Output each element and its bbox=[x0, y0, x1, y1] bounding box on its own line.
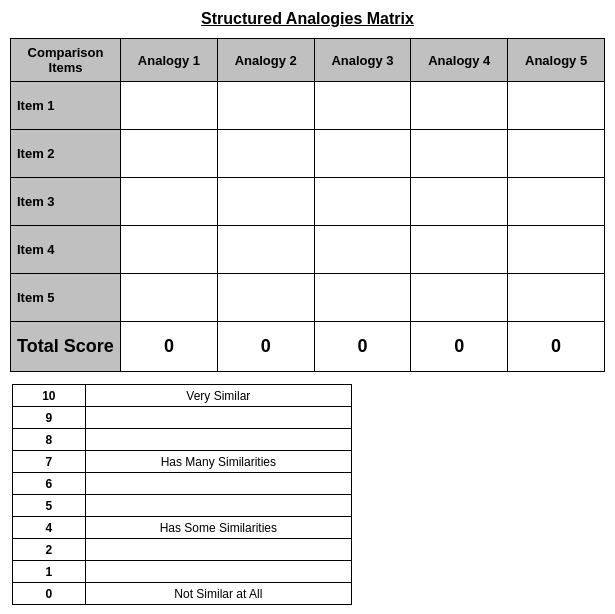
col-header-3: Analogy 3 bbox=[314, 39, 411, 82]
col-header-0: Comparison Items bbox=[11, 39, 121, 82]
cell-2-0[interactable] bbox=[121, 178, 218, 226]
cell-2-3[interactable] bbox=[411, 178, 508, 226]
cell-3-0[interactable] bbox=[121, 226, 218, 274]
cell-4-3[interactable] bbox=[411, 274, 508, 322]
cell-0-2[interactable] bbox=[314, 82, 411, 130]
legend-row: 1 bbox=[13, 561, 352, 583]
cell-3-1[interactable] bbox=[217, 226, 314, 274]
legend-desc-5 bbox=[85, 495, 351, 517]
legend-desc-2 bbox=[85, 429, 351, 451]
total-label: Total Score bbox=[11, 322, 121, 372]
cell-2-1[interactable] bbox=[217, 178, 314, 226]
col-header-2: Analogy 2 bbox=[217, 39, 314, 82]
cell-0-4[interactable] bbox=[508, 82, 605, 130]
legend-row: 6 bbox=[13, 473, 352, 495]
cell-0-3[interactable] bbox=[411, 82, 508, 130]
cell-1-1[interactable] bbox=[217, 130, 314, 178]
legend-row: 8 bbox=[13, 429, 352, 451]
legend-desc-6: Has Some Similarities bbox=[85, 517, 351, 539]
cell-1-3[interactable] bbox=[411, 130, 508, 178]
cell-2-4[interactable] bbox=[508, 178, 605, 226]
legend-row: 4Has Some Similarities bbox=[13, 517, 352, 539]
legend-desc-9: Not Similar at All bbox=[85, 583, 351, 605]
cell-1-2[interactable] bbox=[314, 130, 411, 178]
legend-desc-1 bbox=[85, 407, 351, 429]
table-row: Item 2 bbox=[11, 130, 605, 178]
legend-score-4: 6 bbox=[13, 473, 86, 495]
table-row: Item 4 bbox=[11, 226, 605, 274]
row-header-0: Item 1 bbox=[11, 82, 121, 130]
total-value-1: 0 bbox=[217, 322, 314, 372]
legend-desc-3: Has Many Similarities bbox=[85, 451, 351, 473]
page-title: Structured Analogies Matrix bbox=[10, 10, 605, 28]
legend-score-1: 9 bbox=[13, 407, 86, 429]
row-header-3: Item 4 bbox=[11, 226, 121, 274]
total-row: Total Score00000 bbox=[11, 322, 605, 372]
cell-4-2[interactable] bbox=[314, 274, 411, 322]
cell-0-0[interactable] bbox=[121, 82, 218, 130]
legend-score-7: 2 bbox=[13, 539, 86, 561]
analogy-matrix-table: Comparison Items Analogy 1 Analogy 2 Ana… bbox=[10, 38, 605, 372]
table-row: Item 5 bbox=[11, 274, 605, 322]
legend-score-2: 8 bbox=[13, 429, 86, 451]
cell-3-4[interactable] bbox=[508, 226, 605, 274]
col-header-1: Analogy 1 bbox=[121, 39, 218, 82]
total-value-4: 0 bbox=[508, 322, 605, 372]
cell-1-0[interactable] bbox=[121, 130, 218, 178]
cell-2-2[interactable] bbox=[314, 178, 411, 226]
legend-row: 7Has Many Similarities bbox=[13, 451, 352, 473]
table-row: Item 1 bbox=[11, 82, 605, 130]
total-value-3: 0 bbox=[411, 322, 508, 372]
legend-desc-7 bbox=[85, 539, 351, 561]
col-header-5: Analogy 5 bbox=[508, 39, 605, 82]
legend-desc-0: Very Similar bbox=[85, 385, 351, 407]
legend-row: 2 bbox=[13, 539, 352, 561]
col-header-4: Analogy 4 bbox=[411, 39, 508, 82]
legend-row: 10Very Similar bbox=[13, 385, 352, 407]
cell-0-1[interactable] bbox=[217, 82, 314, 130]
legend-row: 5 bbox=[13, 495, 352, 517]
row-header-4: Item 5 bbox=[11, 274, 121, 322]
legend-score-0: 10 bbox=[13, 385, 86, 407]
legend-score-3: 7 bbox=[13, 451, 86, 473]
legend-desc-8 bbox=[85, 561, 351, 583]
legend-table: 10Very Similar987Has Many Similarities65… bbox=[12, 384, 352, 605]
cell-4-1[interactable] bbox=[217, 274, 314, 322]
total-value-2: 0 bbox=[314, 322, 411, 372]
row-header-1: Item 2 bbox=[11, 130, 121, 178]
legend-score-5: 5 bbox=[13, 495, 86, 517]
legend-row: 0Not Similar at All bbox=[13, 583, 352, 605]
cell-4-0[interactable] bbox=[121, 274, 218, 322]
cell-3-2[interactable] bbox=[314, 226, 411, 274]
legend-row: 9 bbox=[13, 407, 352, 429]
legend-score-6: 4 bbox=[13, 517, 86, 539]
total-value-0: 0 bbox=[121, 322, 218, 372]
legend-score-9: 0 bbox=[13, 583, 86, 605]
row-header-2: Item 3 bbox=[11, 178, 121, 226]
cell-3-3[interactable] bbox=[411, 226, 508, 274]
legend-desc-4 bbox=[85, 473, 351, 495]
cell-1-4[interactable] bbox=[508, 130, 605, 178]
cell-4-4[interactable] bbox=[508, 274, 605, 322]
table-row: Item 3 bbox=[11, 178, 605, 226]
legend-score-8: 1 bbox=[13, 561, 86, 583]
